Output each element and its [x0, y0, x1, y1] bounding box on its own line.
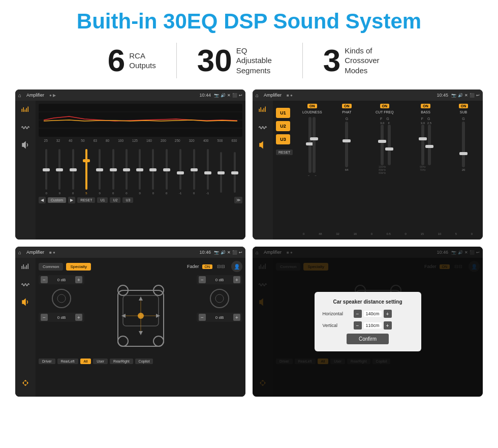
u3-btn[interactable]: U3: [276, 134, 290, 144]
svg-rect-9: [259, 109, 260, 112]
svg-rect-19: [28, 264, 29, 270]
eq-prev-btn[interactable]: ◀: [39, 197, 46, 203]
left-top-plus[interactable]: +: [75, 276, 82, 283]
driver-btn[interactable]: Driver: [39, 359, 55, 364]
svg-rect-18: [26, 265, 27, 270]
stat-eq-number: 30: [197, 45, 232, 76]
eq-slider-7: 0: [139, 149, 141, 195]
stat-rca-number: 6: [108, 45, 125, 76]
horizontal-plus-btn[interactable]: +: [384, 310, 392, 318]
fader-right-bottom-db: − 0 dB +: [197, 313, 242, 322]
u2-btn[interactable]: U2: [276, 121, 290, 131]
horizontal-stepper: − 140cm +: [354, 310, 392, 318]
common-mode-btn[interactable]: Common: [39, 263, 63, 271]
left-bottom-minus[interactable]: −: [41, 314, 48, 321]
eq-slider-12: -1: [206, 149, 209, 195]
eq-graph: [39, 104, 242, 137]
copilot-btn[interactable]: Copilot: [135, 359, 153, 364]
vertical-stepper: − 110cm +: [354, 321, 392, 330]
home-icon-2: ⌂: [256, 93, 259, 98]
fader-sidebar-wave-icon[interactable]: [18, 279, 33, 290]
eq-screen-title: Amplifier: [26, 93, 44, 98]
eq-sidebar-wave-icon[interactable]: [18, 122, 33, 133]
crossover-sidebar-wave-icon[interactable]: [256, 122, 270, 133]
svg-rect-2: [25, 110, 26, 112]
stat-crossover-number: 3: [323, 45, 340, 76]
svg-point-27: [118, 336, 128, 346]
eq-sidebar-speaker-icon[interactable]: [18, 139, 33, 151]
phat-on: ON: [342, 104, 352, 108]
fader-top-bar: Common Specialty Fader ON ⊟⊟ 👤: [39, 261, 242, 272]
fader-sidebar-speaker-icon[interactable]: [18, 296, 33, 308]
rearleft-btn[interactable]: RearLeft: [57, 359, 78, 364]
fader-sliders-icon: ⊟⊟: [217, 264, 225, 269]
dialog-overlay: Car speaker distance setting Horizontal …: [253, 247, 483, 397]
rearright-btn[interactable]: RearRight: [110, 359, 133, 364]
svg-point-21: [52, 289, 71, 308]
fader-status-icons: 📷 🔊 ✕ ⬛ ↩: [214, 250, 242, 255]
phat-value: 64: [345, 168, 349, 171]
vertical-value: 110cm: [364, 322, 382, 328]
eq-u1-btn[interactable]: U1: [97, 197, 108, 203]
right-top-value: 0 dB: [207, 278, 232, 282]
vertical-minus-btn[interactable]: −: [354, 321, 362, 330]
horizontal-row: Horizontal − 140cm +: [323, 310, 413, 318]
crossover-reset-btn[interactable]: RESET: [276, 150, 293, 155]
fader-screen-title: Amplifier: [26, 250, 44, 255]
horizontal-minus-btn[interactable]: −: [354, 310, 362, 318]
crossover-screen: ⌂ Amplifier ■ ● 10:45 📷 🔊 ✕ ⬛ ↩: [253, 89, 483, 240]
svg-rect-12: [264, 108, 265, 112]
right-bottom-plus[interactable]: +: [233, 314, 240, 321]
horizontal-label: Horizontal: [323, 311, 351, 316]
user-btn[interactable]: User: [93, 359, 108, 364]
u1-btn[interactable]: U1: [276, 108, 290, 118]
specialty-mode-btn[interactable]: Specialty: [66, 263, 90, 271]
fader-bottom-buttons: Driver RearLeft All User RearRight Copil…: [39, 359, 242, 364]
svg-point-28: [153, 336, 164, 346]
crossover-sidebar-eq-icon[interactable]: [256, 105, 270, 116]
profile-icon[interactable]: 👤: [231, 261, 242, 272]
right-top-minus[interactable]: −: [199, 276, 206, 283]
eq-slider-6: 0: [126, 149, 128, 195]
eq-freq-labels: 253240506380100125160200250320400500630: [39, 139, 242, 142]
eq-slider-4: 0: [99, 149, 101, 195]
channel-phat: ON PHAT G 64: [330, 104, 363, 231]
eq-u3-btn[interactable]: U3: [122, 197, 133, 203]
svg-rect-17: [25, 267, 26, 270]
svg-marker-35: [156, 314, 160, 318]
sub-sublabel: G: [462, 117, 464, 121]
eq-slider-2: 0: [72, 149, 74, 195]
eq-u2-btn[interactable]: U2: [110, 197, 120, 203]
cutfreq-on: ON: [380, 104, 390, 108]
horizontal-value: 140cm: [364, 311, 382, 317]
vertical-plus-btn[interactable]: +: [384, 321, 392, 330]
right-top-plus[interactable]: +: [233, 276, 240, 283]
eq-next-btn[interactable]: ▶: [68, 197, 75, 203]
svg-rect-16: [23, 264, 24, 269]
crossover-content: U1 U2 U3 RESET ON LOUDNESS: [253, 101, 483, 240]
left-bottom-plus[interactable]: +: [75, 314, 82, 321]
bass-on: ON: [421, 104, 430, 108]
all-btn[interactable]: All: [80, 359, 91, 364]
phat-name: PHAT: [342, 110, 351, 114]
eq-reset-btn[interactable]: RESET: [77, 197, 95, 203]
eq-main: 253240506380100125160200250320400500630 …: [36, 101, 245, 240]
eq-sliders: 0 0 0 5 0 0 0 0 0 0 -1 0 -1: [39, 144, 242, 195]
fader-left-bottom-db: − 0 dB +: [39, 313, 84, 322]
confirm-button[interactable]: Confirm: [347, 334, 389, 344]
eq-slider-9: 0: [166, 149, 168, 195]
svg-rect-15: [22, 266, 23, 269]
vertical-label: Vertical: [323, 323, 351, 328]
channels-container: ON LOUDNESS ~~: [296, 104, 480, 236]
crossover-time: 10:45: [437, 93, 448, 98]
eq-sidebar-eq-icon[interactable]: [18, 105, 33, 116]
cutfreq-name: CUT FREQ: [376, 110, 394, 114]
left-top-minus[interactable]: −: [41, 276, 48, 283]
fader-sidebar-arrows-icon[interactable]: [18, 377, 33, 389]
eq-more-btn[interactable]: ≫: [234, 197, 242, 203]
crossover-sidebar-speaker-icon[interactable]: [256, 139, 270, 151]
crossover-main: U1 U2 U3 RESET ON LOUDNESS: [273, 101, 483, 240]
fader-sidebar-eq-icon[interactable]: [18, 262, 33, 273]
loudness-on: ON: [307, 104, 317, 108]
right-bottom-minus[interactable]: −: [199, 314, 206, 321]
